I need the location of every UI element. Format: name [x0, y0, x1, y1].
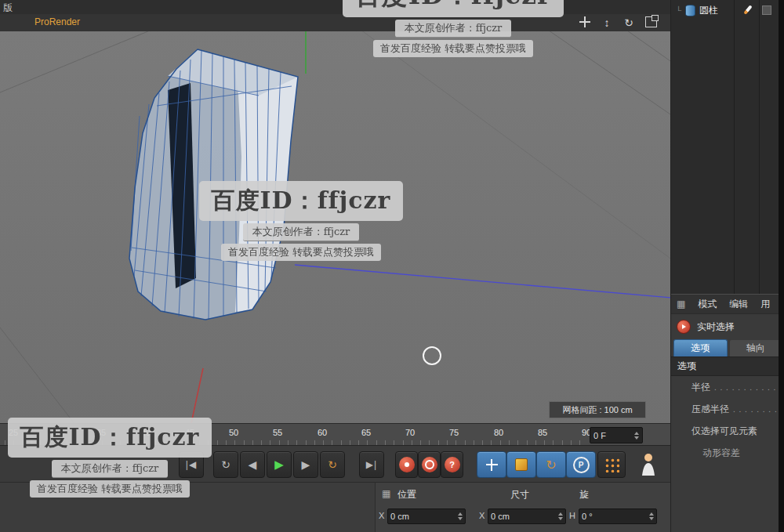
tool-option-tabs: 选项 轴向 [671, 339, 784, 356]
watermark-top: 百度ID：ffjczr 本文原创作者：ffjczr 首发百度经验 转载要点赞投票… [336, 0, 571, 57]
previous-frame-button[interactable]: ◀ [240, 451, 265, 478]
watermark-line2: 首发百度经验 转载要点赞投票哦 [221, 244, 381, 261]
viewport-nav-icons: ↕ ↻ [578, 16, 658, 30]
ruler-tick: 50 [229, 428, 238, 437]
parameter-key-button[interactable]: P [566, 451, 596, 478]
position-header: 位置 [397, 488, 416, 501]
position-x-value: 0 cm [390, 512, 458, 521]
character-icon [639, 452, 658, 477]
rotation-h-label: H [569, 511, 575, 520]
cube-icon [515, 458, 528, 471]
loop-button[interactable]: ↻ [320, 451, 345, 478]
p-circle-icon: P [573, 457, 590, 473]
cylinder-icon [685, 5, 695, 16]
tolerance-property-row[interactable]: 动形容差 [671, 442, 784, 464]
edit-state-icon[interactable] [743, 5, 752, 15]
scale-key-button[interactable] [506, 451, 536, 478]
dotted-leader: . . . . . . . . . . . . [733, 405, 784, 414]
right-panel: └ 圆柱 ▦ 模式 编辑 用 实时选择 选项 轴向 选项 [670, 0, 784, 532]
ruler-tick: 55 [273, 428, 282, 437]
record-icon [399, 457, 415, 472]
dotted-leader: . . . . . . . . . . . . [714, 383, 782, 392]
rotation-header: 旋 [579, 488, 589, 501]
size-x-value: 0 cm [491, 512, 558, 521]
play-button[interactable]: ▶ [267, 451, 292, 478]
watermark-line2: 首发百度经验 转载要点赞投票哦 [30, 480, 190, 498]
keying-help-button[interactable]: ? [441, 451, 463, 478]
rotation-h-stepper[interactable] [649, 512, 654, 520]
layer-state-icon[interactable] [762, 5, 771, 15]
ruler-tick: 70 [405, 428, 415, 437]
record-keyframe-button[interactable] [395, 451, 418, 478]
ruler-tick: 75 [449, 428, 459, 437]
watermark-line1: 本文原创作者：ffjczr [52, 460, 169, 478]
ruler-tick: 60 [318, 428, 327, 437]
active-tool-row: 实时选择 [671, 314, 784, 339]
active-tool-name: 实时选择 [697, 320, 735, 334]
tab-mode[interactable]: 模式 [698, 298, 717, 311]
pan-icon[interactable] [578, 16, 592, 30]
watermark-bottom: 百度ID：ffjczr 本文原创作者：ffjczr 首发百度经验 转载要点赞投票… [0, 415, 224, 498]
attribute-manager: ▦ 模式 编辑 用 实时选择 选项 轴向 选项 半径 . . . . . . .… [671, 294, 784, 532]
dots-grid-icon [604, 457, 619, 472]
position-x-field[interactable]: 0 cm [387, 508, 466, 524]
visible-only-label: 仅选择可见元素 [691, 425, 757, 438]
next-frame-button[interactable]: ▶ [293, 451, 318, 478]
object-row-cylinder[interactable]: └ 圆柱 [676, 4, 718, 16]
ruler-tick: 65 [361, 428, 371, 437]
watermark-line2: 首发百度经验 转载要点赞投票哦 [373, 40, 533, 57]
tolerance-label: 动形容差 [702, 447, 740, 460]
coordinates-panel: ▦ 位置 尺寸 旋 X 0 cm X 0 cm H 0 ° [375, 482, 671, 532]
attributes-grid-icon: ▦ [677, 299, 685, 309]
application-window: 版 ProRender ↕ ↻ [0, 0, 784, 532]
tab-options[interactable]: 选项 [673, 339, 728, 356]
selection-brush-cursor [423, 347, 441, 364]
question-icon: ? [445, 457, 460, 472]
rotate-view-icon[interactable]: ↻ [622, 16, 636, 29]
character-button[interactable] [635, 450, 662, 480]
autokey-icon [422, 457, 437, 472]
object-manager-column-divider [759, 0, 760, 294]
size-x-field[interactable]: 0 cm [488, 508, 566, 524]
ruler-tick: 80 [494, 428, 503, 437]
current-frame-value: 0 F [593, 431, 634, 440]
attribute-manager-tabs: ▦ 模式 编辑 用 [671, 295, 784, 314]
tree-branch: └ [676, 6, 681, 15]
watermark-title: 百度ID：ffjczr [343, 0, 564, 17]
position-key-button[interactable] [477, 451, 506, 478]
watermark-line1: 本文原创作者：ffjczr [243, 223, 360, 241]
point-level-animation-button[interactable] [597, 451, 626, 478]
object-manager: └ 圆柱 [671, 0, 784, 294]
cross-arrows-icon [486, 459, 498, 471]
pressure-radius-label: 压感半径 [691, 403, 729, 416]
dolly-icon[interactable]: ↕ [600, 16, 614, 29]
pressure-radius-property-row[interactable]: 压感半径 . . . . . . . . . . . . [671, 398, 784, 420]
menu-item-partial[interactable]: 版 [3, 2, 13, 15]
tab-axis[interactable]: 轴向 [729, 339, 783, 356]
size-x-stepper[interactable] [558, 512, 563, 520]
live-selection-icon [677, 320, 691, 334]
tab-user[interactable]: 用 [760, 298, 770, 311]
size-header: 尺寸 [510, 488, 529, 501]
toggle-panes-icon[interactable] [644, 16, 658, 30]
frame-stepper[interactable] [634, 432, 639, 440]
position-x-stepper[interactable] [458, 512, 463, 520]
window-edge [779, 0, 784, 532]
rotation-key-button[interactable]: ↻ [536, 451, 566, 478]
axis-z-line [295, 265, 670, 298]
options-section-header[interactable]: 选项 [671, 356, 784, 376]
rotation-h-field[interactable]: 0 ° [579, 508, 657, 524]
current-frame-field[interactable]: 0 F [590, 427, 643, 443]
menu-prorender[interactable]: ProRender [34, 16, 80, 27]
tab-edit[interactable]: 编辑 [729, 298, 748, 311]
rotation-h-value: 0 ° [582, 512, 649, 521]
radius-label: 半径 [691, 381, 710, 394]
visible-only-property-row[interactable]: 仅选择可见元素 [671, 420, 784, 442]
radius-property-row[interactable]: 半径 . . . . . . . . . . . . [671, 376, 784, 398]
watermark-center: 百度ID：ffjczr 本文原创作者：ffjczr 首发百度经验 转载要点赞投票… [193, 179, 409, 261]
go-to-end-button[interactable]: ▶| [359, 451, 384, 478]
rotate-icon: ↻ [546, 458, 556, 472]
object-manager-column-divider [734, 0, 735, 294]
size-x-label: X [479, 511, 485, 520]
autokey-button[interactable] [418, 451, 441, 478]
